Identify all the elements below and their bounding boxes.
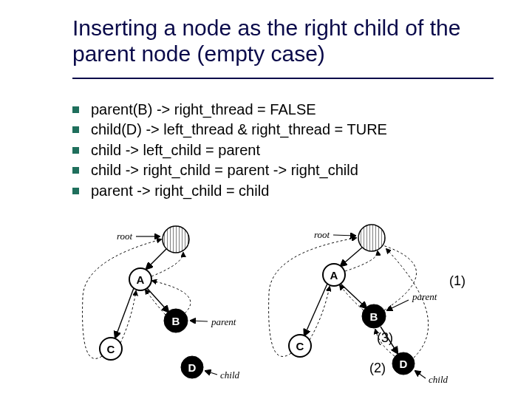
bullet-square-icon [72,147,79,154]
bullet-square-icon [72,126,79,133]
svg-point-0 [163,226,189,253]
node-b-label: B [370,310,378,323]
annotation-step-2: (2) [369,361,386,376]
parent-label: parent [412,291,437,302]
node-c-label: C [296,340,304,352]
bullet-square-icon [72,188,79,194]
annotation-step-1: (1) [449,273,466,289]
bullet-square-icon [72,106,79,113]
list-item: child -> left_child = parent [72,141,510,159]
svg-line-12 [333,235,355,236]
svg-line-22 [415,371,426,378]
svg-line-18 [387,300,409,310]
parent-label: parent [211,316,236,327]
svg-line-13 [341,248,362,266]
list-item: child -> right_child = parent -> right_c… [72,161,510,179]
list-item: parent(B) -> right_thread = FALSE [72,100,510,118]
root-label: root [117,231,133,242]
node-c-label: C [107,343,115,355]
node-d-label: D [400,358,408,370]
svg-line-4 [147,288,168,312]
root-label: root [314,229,330,240]
svg-line-10 [205,371,217,375]
bullet-list: parent(B) -> right_thread = FALSE child(… [72,100,510,202]
slide-title: Inserting a node as the right child of t… [72,15,510,67]
bullet-text: child -> right_child = parent -> right_c… [91,161,510,179]
node-d-label: D [188,361,197,374]
svg-line-7 [191,321,208,321]
bullet-square-icon [72,167,79,174]
list-item: parent -> right_child = child [72,182,510,200]
node-b-label: B [172,315,180,327]
bullet-text: child(D) -> left_thread & right_thread =… [91,120,510,138]
svg-line-15 [341,284,366,308]
child-label: child [220,369,239,381]
annotation-step-3: (3) [377,330,393,346]
threaded-tree-diagram: root A B parent C [72,223,475,392]
list-item: child(D) -> left_thread & right_thread =… [72,120,510,138]
bullet-text: parent(B) -> right_thread = FALSE [91,100,510,118]
tree-before: root A B parent C [72,223,257,392]
svg-line-2 [146,249,166,269]
node-a-label: A [137,273,145,286]
bullet-text: parent -> right_child = child [91,182,510,200]
child-label: child [429,374,448,385]
tree-after: root A B parent C [257,223,475,392]
node-a-label: A [330,269,338,282]
title-underline [72,78,494,79]
svg-point-11 [358,225,385,251]
bullet-text: child -> left_child = parent [91,141,510,159]
